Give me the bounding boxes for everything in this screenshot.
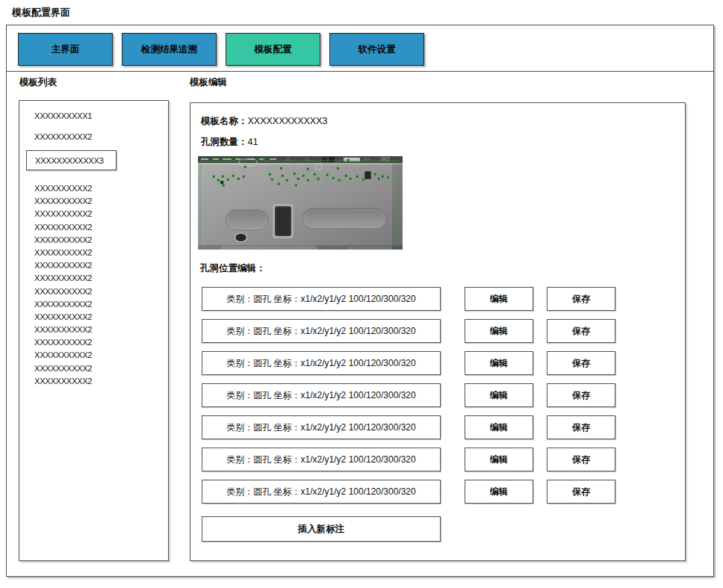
tab-button[interactable]: 主界面 <box>18 33 113 66</box>
page-title: 模板配置界面 <box>12 6 70 19</box>
hole-info-field[interactable]: 类别：圆孔 坐标：x1/x2/y1/y2 100/120/300/320 <box>202 448 441 471</box>
recess-right <box>302 208 386 229</box>
template-list-item-selected[interactable]: XXXXXXXXXXXX3 <box>26 150 117 170</box>
edit-button[interactable]: 编辑 <box>465 383 533 407</box>
center-cutout <box>273 204 294 238</box>
hole-row: 类别：圆孔 坐标：x1/x2/y1/y2 100/120/300/320 编辑 … <box>202 383 615 407</box>
template-list-item[interactable]: XXXXXXXXXX2 <box>34 132 92 141</box>
recess-left <box>226 210 268 230</box>
tabbar-divider <box>7 71 713 72</box>
template-list-panel: XXXXXXXXXX1 XXXXXXXXXX2 XXXXXXXXXXXX3 XX… <box>19 100 169 561</box>
template-list-item[interactable]: XXXXXXXXXX2 <box>34 362 92 375</box>
hole-row: 类别：圆孔 坐标：x1/x2/y1/y2 100/120/300/320 编辑 … <box>202 319 615 343</box>
template-list-item[interactable]: XXXXXXXXXX2 <box>34 375 92 388</box>
hole-info-field[interactable]: 类别：圆孔 坐标：x1/x2/y1/y2 100/120/300/320 <box>202 287 441 311</box>
save-button[interactable]: 保存 <box>547 415 615 439</box>
template-list-item[interactable]: XXXXXXXXXX1 <box>34 111 92 120</box>
main-window: 主界面 检测结果追溯 模板配置 软件设置 模板列表 模板编辑 XXXXXXXXX… <box>6 25 714 577</box>
save-button[interactable]: 保存 <box>547 448 615 471</box>
template-list-item[interactable]: XXXXXXXXXX2 <box>34 298 92 311</box>
template-list-title: 模板列表 <box>19 76 57 89</box>
hole-info-field[interactable]: 类别：圆孔 坐标：x1/x2/y1/y2 100/120/300/320 <box>202 383 441 407</box>
hole-row: 类别：圆孔 坐标：x1/x2/y1/y2 100/120/300/320 编辑 … <box>202 287 615 311</box>
template-name-row: 模板名称：XXXXXXXXXXXX3 <box>201 115 328 128</box>
hole-info-field[interactable]: 类别：圆孔 坐标：x1/x2/y1/y2 100/120/300/320 <box>202 319 441 343</box>
save-button[interactable]: 保存 <box>547 480 615 504</box>
template-preview-image <box>198 156 403 250</box>
tab-button[interactable]: 软件设置 <box>329 33 424 66</box>
save-button[interactable]: 保存 <box>547 383 615 407</box>
template-list-item[interactable]: XXXXXXXXXX2 <box>34 311 92 324</box>
edit-button[interactable]: 编辑 <box>465 351 533 375</box>
tab-button[interactable]: 检测结果追溯 <box>122 33 217 66</box>
hole-count-row: 孔洞数量：41 <box>201 136 258 149</box>
hole-info-field[interactable]: 类别：圆孔 坐标：x1/x2/y1/y2 100/120/300/320 <box>202 351 441 375</box>
edit-button[interactable]: 编辑 <box>465 415 533 439</box>
template-name-value: XXXXXXXXXXXX3 <box>248 116 328 126</box>
selected-item-label: XXXXXXXXXXXX3 <box>35 156 104 165</box>
template-editor-panel: 模板名称：XXXXXXXXXXXX3 孔洞数量：41 <box>190 102 686 561</box>
template-list-item[interactable]: XXXXXXXXXX2 <box>34 336 92 349</box>
template-list-item[interactable]: XXXXXXXXXX2 <box>34 285 92 298</box>
template-name-label: 模板名称： <box>201 116 248 126</box>
panel-top-strip <box>198 156 403 166</box>
save-button[interactable]: 保存 <box>547 287 615 311</box>
edit-button[interactable]: 编辑 <box>465 287 533 311</box>
hole-row: 类别：圆孔 坐标：x1/x2/y1/y2 100/120/300/320 编辑 … <box>202 415 615 439</box>
hole-row: 类别：圆孔 坐标：x1/x2/y1/y2 100/120/300/320 编辑 … <box>202 448 615 471</box>
hole-row: 类别：圆孔 坐标：x1/x2/y1/y2 100/120/300/320 编辑 … <box>202 480 615 504</box>
template-list-items: XXXXXXXXXX2 XXXXXXXXXX2 XXXXXXXXXX2 XXXX… <box>34 182 92 388</box>
metal-panel <box>198 156 403 250</box>
hole-row: 类别：圆孔 坐标：x1/x2/y1/y2 100/120/300/320 编辑 … <box>202 351 615 375</box>
tab-bar: 主界面 检测结果追溯 模板配置 软件设置 <box>18 33 424 66</box>
template-list-item[interactable]: XXXXXXXXXX2 <box>34 182 92 195</box>
template-list-item[interactable]: XXXXXXXXXX2 <box>34 247 92 259</box>
save-button[interactable]: 保存 <box>547 319 615 343</box>
hole-count-value: 41 <box>248 137 258 147</box>
template-list-item[interactable]: XXXXXXXXXX2 <box>34 208 92 220</box>
template-list-item[interactable]: XXXXXXXXXX2 <box>34 324 92 336</box>
edit-button[interactable]: 编辑 <box>465 480 533 504</box>
template-list-item[interactable]: XXXXXXXXXX2 <box>34 272 92 285</box>
edit-button[interactable]: 编辑 <box>465 448 533 471</box>
template-list-item[interactable]: XXXXXXXXXX2 <box>34 349 92 362</box>
template-list-item[interactable]: XXXXXXXXXX2 <box>34 259 92 272</box>
hole-info-field[interactable]: 类别：圆孔 坐标：x1/x2/y1/y2 100/120/300/320 <box>202 415 441 439</box>
hole-info-field[interactable]: 类别：圆孔 坐标：x1/x2/y1/y2 100/120/300/320 <box>202 480 441 504</box>
template-editor-title: 模板编辑 <box>190 76 227 89</box>
template-list-item[interactable]: XXXXXXXXXX2 <box>34 234 92 247</box>
hole-rows: 类别：圆孔 坐标：x1/x2/y1/y2 100/120/300/320 编辑 … <box>202 287 615 504</box>
hole-count-label: 孔洞数量： <box>201 137 248 147</box>
save-button[interactable]: 保存 <box>547 351 615 375</box>
insert-annotation-button[interactable]: 插入新标注 <box>202 516 441 542</box>
template-list-item[interactable]: XXXXXXXXXX2 <box>34 221 92 234</box>
edit-button[interactable]: 编辑 <box>465 319 533 343</box>
hole-position-edit-label: 孔洞位置编辑： <box>200 262 266 275</box>
oval-hole <box>235 233 247 242</box>
template-list-item[interactable]: XXXXXXXXXX2 <box>34 195 92 208</box>
tab-button[interactable]: 模板配置 <box>226 33 320 66</box>
